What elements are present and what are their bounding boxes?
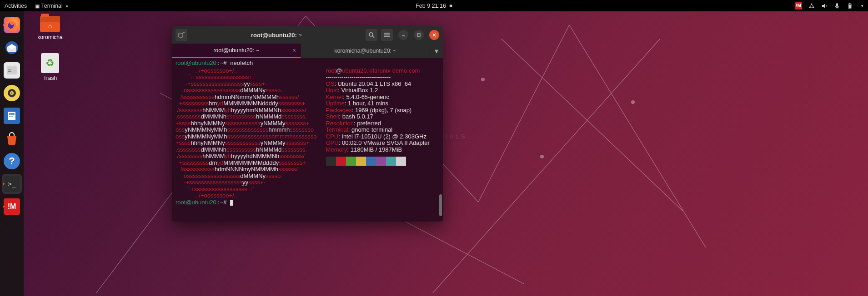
dock-ubuntu-software[interactable] bbox=[2, 128, 22, 148]
svg-rect-28 bbox=[9, 114, 15, 115]
terminal-body[interactable]: root@ubuntu20:~# neofetch .-/+oossssoo+/… bbox=[172, 58, 443, 222]
network-icon[interactable] bbox=[808, 3, 815, 9]
clock[interactable]: Feb 9 21:16 bbox=[416, 3, 446, 9]
svg-rect-20 bbox=[8, 69, 11, 70]
search-icon bbox=[368, 32, 375, 38]
svg-point-24 bbox=[11, 93, 13, 94]
trash-icon: ♻ bbox=[41, 53, 59, 73]
tab-root[interactable]: root@ubuntu20: ~ × bbox=[172, 44, 301, 58]
terminal-headerbar: root@ubuntu20: ~ bbox=[172, 26, 443, 44]
maximize-icon bbox=[416, 33, 421, 37]
svg-point-8 bbox=[540, 155, 544, 158]
tab-close-button[interactable]: × bbox=[292, 47, 296, 54]
minimize-button[interactable] bbox=[398, 30, 408, 40]
dock-terminal[interactable]: >_ bbox=[2, 174, 22, 194]
minimize-icon bbox=[401, 33, 406, 37]
svg-point-9 bbox=[631, 100, 635, 104]
notification-dot-icon bbox=[450, 5, 452, 7]
dock-rhythmbox[interactable] bbox=[2, 83, 22, 103]
ubuntu-dock: ? >_ !M bbox=[0, 11, 24, 296]
activities-button[interactable]: Activities bbox=[5, 3, 27, 9]
tab-koromicha[interactable]: koromicha@ubuntu20: ~ bbox=[301, 44, 430, 58]
terminal-icon: ▣ bbox=[35, 3, 40, 9]
desktop-trash[interactable]: ♻ Trash bbox=[32, 53, 68, 81]
scrollbar-thumb[interactable] bbox=[439, 194, 442, 216]
tabs-menu-button[interactable]: ▾ bbox=[430, 44, 443, 58]
firefox-icon bbox=[6, 20, 17, 30]
shopping-bag-icon bbox=[5, 131, 19, 146]
hamburger-menu-button[interactable] bbox=[381, 29, 393, 41]
hamburger-icon bbox=[384, 32, 390, 38]
svg-line-4 bbox=[433, 39, 660, 293]
volume-icon[interactable] bbox=[821, 3, 828, 9]
svg-point-7 bbox=[481, 78, 485, 81]
svg-rect-13 bbox=[836, 3, 838, 7]
svg-rect-21 bbox=[8, 71, 11, 72]
nomachine-tray-icon[interactable]: !M bbox=[795, 2, 802, 10]
window-title: root@ubuntu20: ~ bbox=[191, 32, 362, 39]
chevron-down-icon: ▾ bbox=[66, 4, 68, 9]
tab-koromicha-label: koromicha@ubuntu20: ~ bbox=[334, 48, 396, 54]
nomachine-icon: !M bbox=[8, 202, 16, 211]
dock-firefox[interactable] bbox=[2, 15, 22, 35]
terminal-output: root@ubuntu20:~# neofetch bbox=[176, 60, 439, 67]
dock-thunderbird[interactable] bbox=[2, 38, 22, 58]
new-tab-icon bbox=[178, 32, 185, 38]
neofetch-info: root@ubuntu20.kifarunix-demo.com -------… bbox=[326, 68, 430, 199]
svg-rect-16 bbox=[849, 5, 851, 8]
desktop-geometric-lines bbox=[24, 11, 868, 296]
system-menu-chevron-icon[interactable]: ▾ bbox=[861, 4, 863, 8]
app-menu[interactable]: ▣ Terminal ▾ bbox=[35, 3, 68, 9]
tab-root-label: root@ubuntu20: ~ bbox=[213, 47, 259, 54]
home-icon: ⌂ bbox=[48, 22, 52, 30]
dock-nomachine[interactable]: !M bbox=[2, 197, 22, 217]
desktop-home-folder[interactable]: ⌂ koromicha bbox=[32, 16, 68, 40]
terminal-tabs: root@ubuntu20: ~ × koromicha@ubuntu20: ~… bbox=[172, 44, 443, 58]
folder-icon: ⌂ bbox=[40, 16, 60, 32]
svg-point-31 bbox=[369, 33, 373, 36]
svg-rect-29 bbox=[9, 116, 13, 117]
ubuntu-ascii-logo: .-/+oossssoo+/-. `:+ssssssssssssssssss+:… bbox=[176, 68, 317, 199]
svg-rect-27 bbox=[9, 113, 15, 114]
document-icon bbox=[7, 110, 17, 122]
gnome-topbar: Activities ▣ Terminal ▾ Feb 9 21:16 !M ▾ bbox=[0, 0, 868, 11]
app-menu-label: Terminal bbox=[41, 3, 63, 9]
new-tab-button[interactable] bbox=[176, 29, 187, 41]
microphone-icon[interactable] bbox=[834, 3, 840, 9]
desktop-trash-label: Trash bbox=[43, 75, 57, 81]
battery-icon[interactable] bbox=[847, 3, 853, 9]
svg-rect-37 bbox=[417, 34, 420, 36]
dock-files[interactable] bbox=[2, 60, 22, 80]
desktop-icons-area: ⌂ koromicha ♻ Trash bbox=[32, 16, 68, 81]
svg-line-32 bbox=[372, 36, 374, 38]
help-icon: ? bbox=[9, 155, 15, 167]
search-button[interactable] bbox=[366, 29, 377, 41]
thunderbird-icon bbox=[5, 40, 19, 55]
dock-libreoffice-writer[interactable] bbox=[2, 106, 22, 126]
svg-line-3 bbox=[569, 25, 706, 247]
svg-rect-30 bbox=[179, 33, 183, 37]
files-icon bbox=[7, 66, 17, 74]
close-button[interactable] bbox=[429, 30, 439, 40]
svg-line-6 bbox=[501, 39, 683, 211]
maximize-button[interactable] bbox=[414, 30, 424, 40]
neofetch-color-blocks bbox=[326, 157, 430, 166]
chevron-down-icon: ▾ bbox=[435, 47, 438, 55]
svg-rect-15 bbox=[849, 3, 850, 4]
recycle-icon: ♻ bbox=[45, 57, 55, 69]
terminal-window: root@ubuntu20: ~ root@ubuntu20: ~ × koro… bbox=[172, 26, 443, 222]
desktop-home-label: koromicha bbox=[37, 34, 62, 40]
terminal-prompt-icon: >_ bbox=[8, 180, 16, 187]
close-icon bbox=[432, 33, 437, 37]
dock-help[interactable]: ? bbox=[2, 151, 22, 171]
speaker-icon bbox=[7, 89, 16, 98]
terminal-prompt: root@ubuntu20:~# bbox=[176, 199, 439, 206]
svg-line-2 bbox=[478, 25, 569, 202]
